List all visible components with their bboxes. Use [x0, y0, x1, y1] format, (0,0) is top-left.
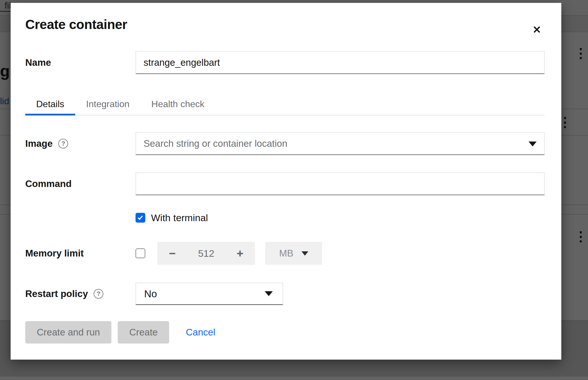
dialog-tabs: Details Integration Health check — [25, 93, 545, 115]
memory-unit-value: MB — [279, 248, 293, 259]
command-label: Command — [25, 178, 136, 189]
memory-limit-row: Memory limit − 512 + MB — [25, 242, 545, 265]
dialog-title: Create container — [25, 16, 545, 33]
close-icon[interactable]: ✕ — [533, 25, 541, 35]
image-combobox — [136, 132, 545, 155]
tab-health-check[interactable]: Health check — [140, 93, 215, 115]
restart-policy-label: Restart policy — [25, 288, 88, 299]
help-icon[interactable]: ? — [94, 289, 103, 299]
image-row: Image ? — [25, 132, 545, 155]
with-terminal-checkbox[interactable] — [136, 213, 145, 223]
create-container-dialog: Create container ✕ Name Details Integrat… — [11, 3, 561, 360]
create-button[interactable]: Create — [118, 321, 169, 344]
memory-limit-label: Memory limit — [25, 248, 136, 259]
restart-policy-value: No — [144, 288, 157, 300]
cancel-button[interactable]: Cancel — [186, 327, 215, 338]
memory-value: 512 — [187, 248, 225, 259]
tab-details[interactable]: Details — [25, 93, 75, 115]
memory-number-input: − 512 + — [157, 242, 255, 265]
with-terminal-row: With terminal — [136, 213, 545, 223]
name-row: Name — [25, 51, 545, 74]
name-label: Name — [25, 57, 136, 68]
name-input[interactable] — [136, 51, 545, 74]
memory-limit-checkbox[interactable] — [136, 248, 145, 258]
with-terminal-label[interactable]: With terminal — [151, 212, 208, 223]
caret-down-icon — [301, 251, 308, 256]
tab-integration[interactable]: Integration — [75, 93, 140, 115]
command-row: Command — [25, 172, 545, 195]
caret-down-icon — [265, 291, 273, 296]
plus-icon[interactable]: + — [225, 242, 255, 265]
restart-policy-row: Restart policy ? No — [25, 283, 545, 305]
image-search-input[interactable] — [136, 132, 545, 155]
create-and-run-button[interactable]: Create and run — [25, 321, 111, 344]
dialog-footer: Create and run Create Cancel — [25, 321, 545, 344]
restart-policy-select[interactable]: No — [136, 283, 283, 305]
help-icon[interactable]: ? — [58, 139, 68, 148]
command-input[interactable] — [136, 172, 545, 195]
check-icon — [138, 215, 143, 220]
image-label: Image — [25, 138, 53, 149]
minus-icon[interactable]: − — [157, 242, 187, 265]
caret-down-icon[interactable] — [529, 142, 537, 146]
memory-unit-select[interactable]: MB — [265, 242, 322, 265]
